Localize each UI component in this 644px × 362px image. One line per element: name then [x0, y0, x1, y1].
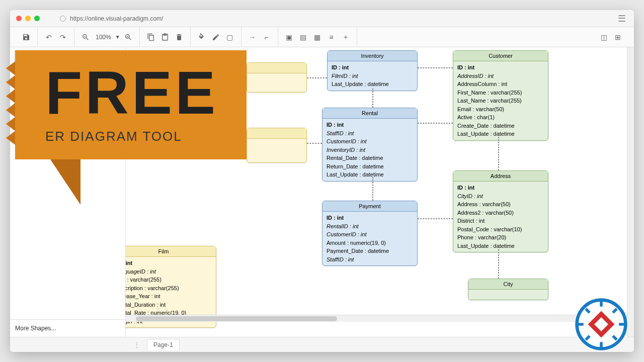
zoom-out-button[interactable]	[79, 31, 92, 43]
entity-field: Address : varchar(50)	[457, 200, 544, 209]
tab-strip: ⋮ Page-1	[10, 337, 634, 352]
entity-field: LanguageID : int	[126, 267, 212, 276]
entity-field: FilmID : int	[332, 72, 413, 80]
entity-field: Amount : numeric(19, 0)	[327, 239, 413, 247]
entity-title: Payment	[323, 201, 417, 212]
connector[interactable]	[418, 123, 453, 124]
vertical-scrollbar[interactable]	[627, 47, 634, 337]
entity-field: CustomerID : int	[327, 230, 413, 239]
horizontal-scrollbar[interactable]	[126, 315, 627, 322]
entity-field: Last_Update : datetime	[457, 130, 544, 138]
scrollbar-thumb[interactable]	[136, 316, 337, 321]
minimize-icon[interactable]	[25, 16, 31, 21]
to-back-button[interactable]: ▤	[297, 31, 309, 43]
hamburger-menu-icon[interactable]: ☰	[616, 13, 628, 24]
entity-field: Create_Date : datetime	[457, 122, 544, 130]
entity-field: Postal_Code : varchar(10)	[457, 225, 544, 234]
delete-button[interactable]	[173, 31, 185, 43]
entity-field: First_Name : varchar(255)	[457, 88, 544, 97]
fill-color-button[interactable]	[196, 31, 208, 43]
entity-address[interactable]: Address ID : intCityID : intAddress : va…	[453, 170, 548, 252]
banner-title: FREE	[45, 65, 221, 120]
entity-field: StaffID : int	[327, 129, 413, 138]
titlebar: https://online.visual-paradigm.com/ ☰	[10, 10, 634, 27]
entity-field: Last_Name : varchar(255)	[457, 97, 544, 105]
undo-button[interactable]: ↶	[43, 31, 55, 43]
entity-field: ID : int	[457, 184, 544, 192]
add-button[interactable]: ＋	[340, 31, 352, 43]
outline-toggle-button[interactable]: ◫	[598, 31, 610, 43]
shadow-button[interactable]: ▢	[224, 31, 236, 43]
entity-field: Last_Update : datetime	[457, 242, 544, 250]
toolbar: ↶ ↷ 100% ▼ ▢ → ⌐ ▣ ▤ ▦ ≡ ＋	[10, 27, 634, 47]
connector[interactable]	[418, 218, 453, 219]
chevron-down-icon[interactable]: ▼	[115, 34, 120, 40]
banner-subtitle: ER DIAGRAM TOOL	[45, 129, 221, 144]
connector[interactable]	[307, 77, 327, 78]
zoom-level[interactable]: 100%	[94, 34, 113, 41]
redo-button[interactable]: ↷	[57, 31, 69, 43]
format-panel-button[interactable]: ⊞	[612, 31, 624, 43]
entity-field: Release_Year : int	[126, 292, 212, 301]
close-icon[interactable]	[16, 16, 22, 21]
entity-field: District : int	[457, 217, 544, 225]
address-bar[interactable]: https://online.visual-paradigm.com/	[45, 15, 611, 22]
entity-field: Last_Update : datetime	[327, 170, 413, 179]
entity-title: Film	[126, 246, 216, 257]
to-front-button[interactable]: ▣	[283, 31, 295, 43]
entity-field: Active : char(1)	[457, 113, 544, 122]
entity-field: Address2 : varchar(50)	[457, 209, 544, 217]
entity-field: Rental_Date : datetime	[327, 154, 413, 162]
align-button[interactable]: ▦	[311, 31, 324, 43]
url-text: https://online.visual-paradigm.com/	[70, 15, 163, 22]
entity-field: Return_Date : datetime	[327, 162, 413, 171]
connector[interactable]	[372, 177, 373, 201]
entity-field: Rental_Duration : int	[126, 301, 212, 309]
entity-field: Description : varchar(255)	[126, 284, 212, 293]
entity-city[interactable]: City	[468, 279, 548, 300]
window-controls	[16, 16, 40, 21]
connector-style-button[interactable]: →	[247, 31, 259, 43]
entity-field: AddressID : int	[457, 72, 544, 80]
entity-partial[interactable]	[247, 62, 307, 93]
more-shapes-link[interactable]: More Shapes...	[10, 319, 125, 337]
connector[interactable]	[372, 88, 373, 108]
entity-field: Payment_Date : datetime	[327, 247, 413, 255]
distribute-button[interactable]: ≡	[326, 31, 338, 43]
paste-button[interactable]	[159, 31, 171, 43]
entity-title: Customer	[453, 51, 548, 61]
entity-field: InventoryID : int	[327, 146, 413, 154]
entity-field: ID : int	[327, 121, 413, 129]
visual-paradigm-logo-icon	[574, 297, 629, 352]
entity-field: ID : int	[327, 214, 413, 222]
entity-field: CityID : int	[457, 192, 544, 201]
entity-field: Phone : varchar(20)	[457, 233, 544, 242]
connector[interactable]	[307, 143, 322, 144]
waypoint-button[interactable]: ⌐	[261, 31, 273, 43]
entity-partial[interactable]	[247, 128, 307, 163]
entity-rental[interactable]: Rental ID : intStaffID : intCustomerID :…	[322, 108, 418, 182]
tab-menu-icon[interactable]: ⋮	[131, 341, 143, 348]
entity-inventory[interactable]: Inventory ID : intFilmID : intLast_Updat…	[327, 50, 418, 91]
entity-field: Last_Update : datetime	[332, 80, 413, 88]
zoom-in-button[interactable]	[122, 31, 134, 43]
entity-field: ID : int	[332, 63, 413, 72]
save-button[interactable]	[20, 31, 32, 43]
connector[interactable]	[498, 137, 499, 170]
copy-button[interactable]	[145, 31, 157, 43]
entity-title: Rental	[323, 108, 417, 119]
entity-field: AddressColumn : int	[457, 80, 544, 88]
entity-field: Title : varchar(255)	[126, 276, 212, 284]
entity-field: RentalID : int	[327, 222, 413, 231]
promo-banner: FREE ER DIAGRAM TOOL	[15, 50, 247, 205]
entity-title: Address	[453, 171, 548, 182]
connector[interactable]	[498, 249, 499, 279]
page-tab[interactable]: Page-1	[147, 339, 180, 350]
entity-title: City	[468, 279, 548, 290]
entity-customer[interactable]: Customer ID : intAddressID : intAddressC…	[453, 50, 548, 141]
line-color-button[interactable]	[210, 31, 222, 43]
entity-field: ID : int	[126, 259, 212, 267]
entity-payment[interactable]: Payment ID : intRentalID : intCustomerID…	[322, 201, 418, 266]
maximize-icon[interactable]	[34, 16, 40, 21]
connector[interactable]	[418, 67, 453, 68]
